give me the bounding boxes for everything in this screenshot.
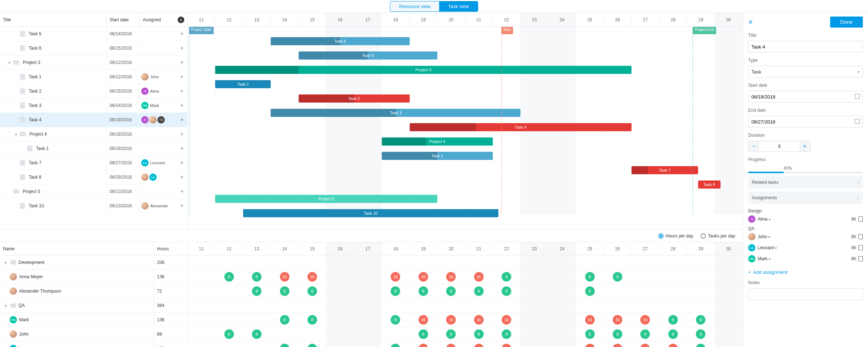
tree-chevron-icon[interactable]: ▾ xyxy=(13,132,18,136)
hours-pill[interactable]: 8 xyxy=(474,286,484,296)
task-row[interactable]: Task 306/14/2018MaMark+ xyxy=(0,99,187,113)
hours-pill[interactable]: 8 xyxy=(474,329,484,339)
assignment-row[interactable]: AlAlina ▾8h xyxy=(748,214,863,225)
hours-pill[interactable]: 8 xyxy=(446,286,456,296)
add-subtask-button[interactable]: + xyxy=(180,131,184,137)
gantt-bar[interactable]: Task 7 xyxy=(632,166,698,174)
assignment-row[interactable]: LeLeonard ▾8h xyxy=(748,242,863,253)
hours-pill[interactable]: 8 xyxy=(446,329,456,339)
gantt-bar[interactable]: Task 1 xyxy=(382,152,493,160)
gantt-bar[interactable]: Task 3 xyxy=(271,109,520,117)
trash-icon[interactable] xyxy=(858,256,863,261)
hours-pill[interactable]: 8 xyxy=(613,272,622,282)
title-input[interactable] xyxy=(748,41,863,53)
add-subtask-button[interactable]: + xyxy=(180,174,184,180)
gantt-bar[interactable]: Task 8 xyxy=(698,180,720,189)
gantt-bar[interactable]: Project 3 xyxy=(215,66,632,74)
assignee-name[interactable]: Alina ▾ xyxy=(758,217,849,222)
workload-row[interactable]: Alexander Thompson72 xyxy=(0,284,187,298)
gantt-bar[interactable]: Task 1 xyxy=(215,80,271,88)
add-subtask-button[interactable]: + xyxy=(180,117,184,123)
task-row[interactable]: Task 1006/13/2018Alexander+ xyxy=(0,199,187,213)
assignee-name[interactable]: John ▾ xyxy=(758,234,849,239)
task-row[interactable]: Task 706/27/2018LeLeonard+ xyxy=(0,156,187,170)
start-date-input[interactable] xyxy=(748,91,863,103)
add-subtask-button[interactable]: + xyxy=(180,45,184,51)
hours-pill[interactable]: 8 xyxy=(391,315,400,325)
assignment-row[interactable]: John ▾8h xyxy=(748,231,863,242)
add-subtask-button[interactable]: + xyxy=(180,74,184,80)
hours-pill[interactable]: 8 xyxy=(280,286,289,296)
hours-pill[interactable]: 16 xyxy=(640,344,650,347)
add-subtask-button[interactable]: + xyxy=(180,188,184,195)
hours-pill[interactable]: 8 xyxy=(502,286,511,296)
hours-pill[interactable]: 16 xyxy=(502,344,511,347)
hours-pill[interactable]: 8 xyxy=(668,315,678,325)
task-row[interactable]: Project 506/12/2018+ xyxy=(0,185,187,199)
chevron-down-icon[interactable]: ▾ xyxy=(775,246,777,250)
assignee-name[interactable]: Leonard ▾ xyxy=(758,245,849,250)
hours-pill[interactable]: 8 xyxy=(252,329,262,339)
radio-tasks-per-day[interactable]: Tasks per day xyxy=(701,233,735,239)
trash-icon[interactable] xyxy=(858,217,863,222)
tree-chevron-icon[interactable]: ▾ xyxy=(3,304,8,308)
calendar-icon[interactable] xyxy=(855,119,860,124)
chevron-down-icon[interactable]: ▾ xyxy=(769,217,771,221)
workload-row[interactable]: ▾QA384 xyxy=(0,298,187,313)
assignee-name[interactable]: Mark ▾ xyxy=(758,256,849,261)
hours-pill[interactable]: 8 xyxy=(391,344,400,347)
hours-pill[interactable]: 8 xyxy=(585,286,595,296)
hours-pill[interactable]: 8 xyxy=(307,344,317,347)
gantt-bar[interactable]: Task 4 xyxy=(410,123,632,131)
hours-pill[interactable]: 16 xyxy=(668,344,678,347)
gantt-bar[interactable]: Project 5 xyxy=(215,195,437,203)
hours-pill[interactable]: 16 xyxy=(280,272,289,282)
tree-chevron-icon[interactable]: ▾ xyxy=(3,261,8,265)
tab-resource-view[interactable]: Resource view xyxy=(390,1,439,11)
add-task-button[interactable]: + xyxy=(178,17,184,23)
hours-pill[interactable]: 16 xyxy=(585,315,595,325)
duration-stepper[interactable]: − 8 + xyxy=(748,141,811,152)
hours-pill[interactable]: 8 xyxy=(419,286,428,296)
duration-decrease[interactable]: − xyxy=(748,141,760,151)
add-subtask-button[interactable]: + xyxy=(180,31,184,37)
hours-pill[interactable]: 8 xyxy=(391,286,400,296)
notes-input[interactable] xyxy=(748,288,863,300)
hours-pill[interactable]: 16 xyxy=(391,272,400,282)
hours-pill[interactable]: 8 xyxy=(696,344,705,347)
hours-pill[interactable]: 8 xyxy=(668,329,678,339)
trash-icon[interactable] xyxy=(858,245,863,250)
chevron-down-icon[interactable]: ▾ xyxy=(768,235,770,239)
hours-pill[interactable]: 8 xyxy=(224,272,234,282)
hours-pill[interactable]: 8 xyxy=(280,315,289,325)
gantt-timeline[interactable]: 1112131415161718192021222324252627282930… xyxy=(188,13,743,229)
hours-pill[interactable]: 8 xyxy=(307,286,317,296)
gantt-bar[interactable]: Task 10 xyxy=(243,209,498,217)
hours-pill[interactable]: 8 xyxy=(696,329,705,339)
task-row[interactable]: Task 406/19/2018Al+2+ xyxy=(0,113,187,127)
hours-pill[interactable]: 16 xyxy=(446,344,456,347)
done-button[interactable]: Done xyxy=(830,17,863,28)
hours-pill[interactable]: 16 xyxy=(419,344,428,347)
task-row[interactable]: Task 606/15/2018+ xyxy=(0,41,187,56)
hours-pill[interactable]: 16 xyxy=(640,315,650,325)
hours-pill[interactable]: 8 xyxy=(502,272,511,282)
type-select[interactable]: Task▾ xyxy=(748,66,863,78)
assignment-row[interactable]: MaMark ▾8h xyxy=(748,253,863,264)
workload-row[interactable]: John88 xyxy=(0,327,187,341)
task-row[interactable]: ▾Project 406/18/2018+ xyxy=(0,127,187,142)
workload-row[interactable]: ▾Development208 xyxy=(0,255,187,270)
hours-pill[interactable]: 16 xyxy=(474,272,484,282)
gantt-bar[interactable]: Task 5 xyxy=(271,37,409,45)
workload-row[interactable]: MaMark136 xyxy=(0,313,187,327)
hours-pill[interactable]: 8 xyxy=(224,329,234,339)
add-subtask-button[interactable]: + xyxy=(180,88,184,94)
task-row[interactable]: Task 106/12/2018John+ xyxy=(0,70,187,84)
hours-pill[interactable]: 16 xyxy=(419,315,428,325)
add-subtask-button[interactable]: + xyxy=(180,160,184,166)
workload-row[interactable]: Anna Meyer136 xyxy=(0,270,187,284)
hours-pill[interactable]: 16 xyxy=(585,344,595,347)
hours-pill[interactable]: 8 xyxy=(696,315,705,325)
section-related-tasks[interactable]: Related tasks› xyxy=(748,176,863,189)
hours-pill[interactable]: 8 xyxy=(252,286,262,296)
